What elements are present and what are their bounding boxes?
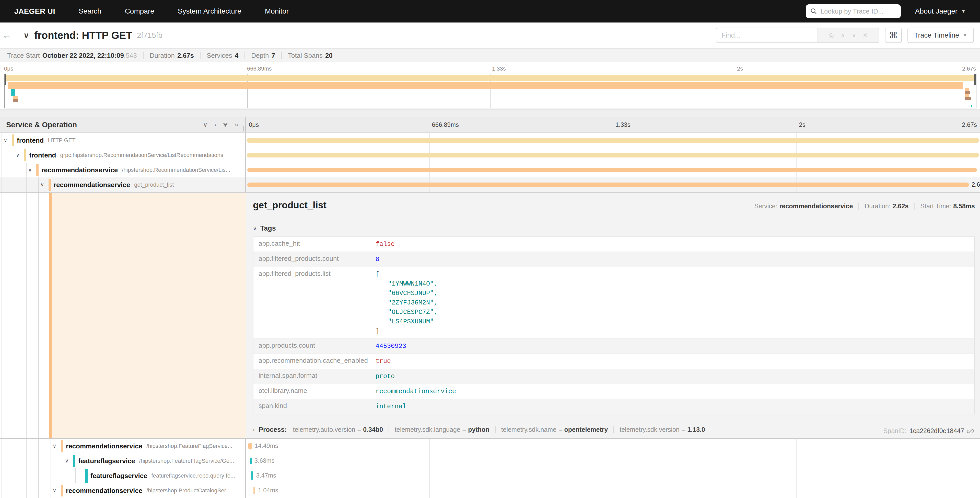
span-bar-cell[interactable]: [246, 163, 980, 177]
service-color-bar: [61, 485, 63, 496]
span-id-row: SpanID: 1ca2262df0e18447: [883, 427, 974, 434]
service-color-bar: [24, 149, 26, 161]
nav-item-monitor[interactable]: Monitor: [265, 7, 289, 15]
span-bar-cell[interactable]: 3.47ms: [246, 468, 980, 483]
minimap-span-bar: [965, 88, 969, 91]
start-time-value: 8.58ms: [953, 203, 975, 210]
nav-item-system-architecture[interactable]: System Architecture: [178, 7, 242, 15]
minimap-span-bar: [971, 105, 972, 107]
trace-id-lookup-input[interactable]: [821, 7, 896, 15]
service-operation-title: Service & Operation: [6, 121, 77, 129]
minimap-tick: 2s: [737, 65, 743, 72]
span-duration-bar[interactable]: [247, 138, 979, 143]
tag-row: app.cache_hit false: [253, 237, 974, 252]
span-id-value: 1ca2262df0e18447: [910, 427, 964, 434]
span-row-featureflagservice-getflag[interactable]: ∨ featureflagservice /hipstershop.Featur…: [0, 453, 980, 468]
chevron-right-icon: ›: [253, 427, 255, 433]
trace-summary-bar: Trace Start October 22 2022, 22:10:09 .5…: [0, 48, 980, 62]
tag-row: app.filtered_products.count 8: [253, 252, 974, 267]
tag-row: app.products.count 44530923: [253, 339, 974, 354]
span-duration-bar[interactable]: [248, 443, 252, 449]
chevron-down-icon[interactable]: ∨: [28, 167, 32, 173]
expand-one-icon[interactable]: ›: [214, 121, 216, 128]
minimap-left-scrubber[interactable]: [5, 74, 6, 85]
tag-row: app.filtered_products.list [ "1YMWWN1N4O…: [253, 267, 974, 339]
view-selector-button[interactable]: Trace Timeline ▼: [907, 28, 974, 43]
span-duration-bar[interactable]: [253, 487, 255, 494]
next-result-icon[interactable]: ∨: [852, 32, 856, 39]
minimap-span-bar: [965, 94, 969, 97]
span-duration-bar[interactable]: [251, 471, 253, 480]
service-color-bar: [36, 164, 38, 176]
span-row-get-product-list-selected[interactable]: ∨ recommendationservice get_product_list…: [0, 177, 980, 192]
left-arrow-icon: ←: [2, 30, 11, 41]
span-duration-bar[interactable]: [247, 153, 979, 158]
span-row-featureflagservice-repo-query[interactable]: featureflagservice featureflagservice.re…: [0, 468, 980, 483]
span-duration-bar[interactable]: [250, 458, 251, 464]
span-duration-bar[interactable]: [247, 168, 977, 172]
collapse-trace-chevron-icon[interactable]: ∨: [24, 31, 29, 40]
brand-jaeger-ui[interactable]: JAEGER UI: [14, 7, 55, 16]
duration-label: Duration: [150, 52, 175, 59]
process-kv: telemetry.sdk.name=opentelemetry: [501, 426, 608, 433]
expand-all-icon[interactable]: »: [235, 121, 238, 128]
span-row-recommendationservice-list[interactable]: ∨ recommendationservice /hipstershop.Rec…: [0, 163, 980, 177]
tags-section-toggle[interactable]: ∨ Tags: [253, 225, 975, 232]
deep-link-icon[interactable]: [967, 428, 974, 434]
chevron-down-icon[interactable]: ∨: [3, 137, 7, 143]
minimap-right-scrubber[interactable]: [974, 74, 976, 85]
minimap-tick: 1.33s: [492, 65, 506, 72]
collapse-all-icon[interactable]: ⮟: [223, 121, 228, 128]
timeline-ruler: 0μs 666.89ms 1.33s 2s 2.67s: [246, 117, 980, 132]
tag-row: app.recommendation.cache_enabled true: [253, 354, 974, 369]
service-color-bar: [49, 179, 51, 191]
minimap-span-bar: [11, 89, 15, 96]
process-section-toggle[interactable]: › Process: telemetry.auto.version=0.34b0…: [253, 426, 975, 434]
top-navbar: JAEGER UI Search Compare System Architec…: [0, 0, 980, 22]
back-button[interactable]: ←: [0, 22, 14, 48]
minimap-span-bar: [8, 82, 963, 89]
column-resize-grip[interactable]: [243, 126, 246, 131]
span-detail-indent-column: [0, 193, 246, 438]
keyboard-shortcuts-button[interactable]: ⌘: [885, 28, 902, 43]
service-label: Service:: [754, 203, 777, 210]
nav-item-search[interactable]: Search: [79, 7, 102, 15]
chevron-down-icon[interactable]: ∨: [52, 443, 56, 449]
trace-start-value: October 22 2022, 22:10:09: [42, 52, 124, 59]
span-bar-cell[interactable]: 2.62s: [246, 177, 980, 192]
nav-item-compare[interactable]: Compare: [125, 7, 154, 15]
span-duration-bar[interactable]: [247, 182, 969, 187]
minimap-span-bar: [965, 91, 970, 94]
tags-table: app.cache_hit false app.filtered_product…: [253, 236, 975, 414]
span-bar-cell[interactable]: [246, 148, 980, 163]
span-bar-cell[interactable]: 1.04ms: [246, 483, 980, 498]
chevron-down-icon[interactable]: ∨: [16, 152, 20, 158]
prev-result-icon[interactable]: ∧: [840, 32, 845, 39]
search-icon: [810, 8, 817, 14]
chevron-down-icon[interactable]: ∨: [52, 487, 56, 493]
span-bar-cell[interactable]: [246, 133, 980, 148]
collapse-one-icon[interactable]: ∨: [203, 121, 208, 128]
ruler-tick: 0μs: [249, 121, 259, 128]
trace-minimap[interactable]: [4, 73, 977, 109]
span-duration-label: 2.62s: [972, 181, 980, 188]
clear-find-icon[interactable]: ✕: [863, 32, 868, 39]
span-bar-cell[interactable]: 3.68ms: [246, 453, 980, 468]
total-spans-label: Total Spans: [288, 52, 323, 59]
about-jaeger-menu[interactable]: About Jaeger ▼: [915, 7, 966, 15]
ruler-tick: 2.67s: [962, 121, 977, 128]
span-row-featureflagservice-call[interactable]: ∨ recommendationservice /hipstershop.Fea…: [0, 439, 980, 453]
find-input[interactable]: [716, 28, 817, 42]
start-time-label: Start Time:: [920, 203, 951, 210]
service-value: recommendationservice: [780, 203, 853, 210]
span-row-frontend-http-get[interactable]: ∨ frontend HTTP GET: [0, 133, 980, 148]
span-bar-cell[interactable]: 14.49ms: [246, 439, 980, 453]
span-row-frontend-listrecommendations[interactable]: ∨ frontend grpc.hipstershop.Recommendati…: [0, 148, 980, 163]
span-detail-panel: get_product_list Service: recommendation…: [246, 193, 980, 438]
focus-icon[interactable]: ◎: [829, 32, 834, 39]
total-spans-value: 20: [325, 52, 332, 59]
trace-id-lookup-box[interactable]: [806, 4, 901, 18]
chevron-down-icon[interactable]: ∨: [40, 182, 44, 188]
span-row-productcatalog-call[interactable]: ∨ recommendationservice /hipstershop.Pro…: [0, 483, 980, 498]
chevron-down-icon[interactable]: ∨: [65, 458, 69, 464]
